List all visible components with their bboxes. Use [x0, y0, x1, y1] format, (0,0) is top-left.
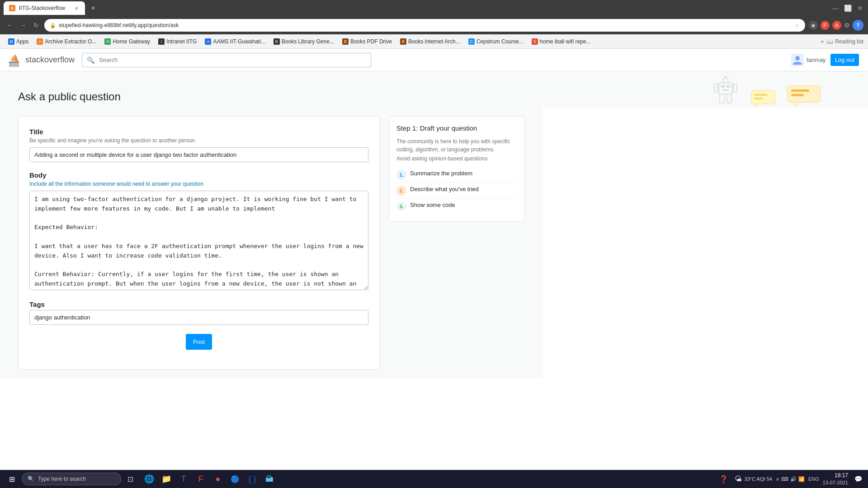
speech-bubble-1 [750, 89, 778, 108]
app5[interactable]: ● [210, 471, 226, 474]
refresh-button[interactable]: ↻ [32, 20, 41, 31]
bookmark-aams[interactable]: A AAMS IIT-Guwahati... [201, 37, 269, 47]
explorer-app[interactable]: 📁 [158, 471, 175, 474]
app4[interactable]: F [193, 471, 209, 474]
bookmark-books-internet[interactable]: B Books Internet Arch... [396, 37, 464, 47]
bookmark-favicon: B [400, 38, 406, 45]
start-button[interactable]: ⊞ [4, 471, 20, 474]
svg-rect-15 [714, 84, 718, 92]
bookmark-label: home iball wifi repe... [540, 38, 591, 45]
page-wrapper: stackoverflow 🔍 tanmay Log out Ask a pub… [0, 49, 868, 474]
vscode-app[interactable]: { } [244, 471, 260, 474]
step-item-2: 2. Describe what you've tried [396, 183, 517, 199]
svg-rect-16 [733, 84, 737, 92]
user-avatar[interactable]: T [853, 20, 863, 31]
minimize-button[interactable]: — [832, 5, 839, 12]
body-textarea[interactable]: I am using two-factor authentication for… [29, 191, 368, 290]
bookmark-label: Intranet IITG [166, 38, 197, 45]
bookmark-iball[interactable]: h home iball wifi repe... [528, 37, 594, 47]
reading-list-label: Reading list [835, 38, 863, 45]
post-button[interactable]: Post [186, 334, 212, 350]
new-tab-button[interactable]: + [87, 2, 99, 14]
tab-favicon: S [9, 5, 15, 11]
bookmark-label: Home Gateway [113, 38, 150, 45]
bookmark-favicon: h [532, 38, 538, 45]
url-text: stupefied-hawking-e869bf.netlify.app/que… [59, 22, 792, 28]
bookmark-label: Books Internet Arch... [408, 38, 460, 45]
step-avoid: Avoid asking opinion-based questions. [396, 155, 517, 162]
reading-list-button[interactable]: 📖 Reading list [826, 38, 863, 45]
tags-input[interactable] [29, 310, 368, 325]
title-hint: Be specific and imagine you're asking th… [29, 137, 368, 144]
so-search-bar[interactable]: 🔍 [82, 53, 371, 67]
step-title: Step 1: Draft your question [396, 124, 517, 132]
so-logo[interactable]: stackoverflow [9, 53, 75, 67]
svg-rect-18 [727, 94, 731, 103]
so-logo-text: stackoverflow [25, 55, 75, 65]
edge-app[interactable]: 🌐 [141, 471, 157, 474]
bookmark-archive[interactable]: A Archive Extractor O... [33, 37, 100, 47]
robot-icon [710, 71, 741, 108]
extensions-button[interactable]: ⚙ [844, 22, 850, 29]
bookmark-cepstrum[interactable]: C Cepstrum Course... [465, 37, 527, 47]
bookmark-books-library[interactable]: B Books Library Gene... [270, 37, 338, 47]
step-number-1: 1. [396, 170, 406, 180]
bookmark-books-pdf[interactable]: B Books PDF Drive [339, 37, 396, 47]
tags-label: Tags [29, 300, 368, 308]
svg-rect-21 [754, 98, 763, 99]
step-number-2: 2. [396, 186, 406, 196]
teams-app[interactable]: T [175, 471, 192, 474]
svg-rect-9 [721, 85, 725, 88]
svg-rect-19 [751, 90, 775, 104]
taskview-button[interactable]: ⊡ [123, 472, 137, 474]
svg-marker-26 [793, 102, 799, 108]
extension-2-icon[interactable]: A [832, 21, 841, 30]
help-icon[interactable]: ❓ [717, 472, 731, 474]
bookmark-label: Cepstrum Course... [476, 38, 524, 45]
chrome-app[interactable]: 🔵 [227, 471, 243, 474]
body-section: Body Include all the information someone… [29, 171, 368, 291]
extension-1-icon[interactable]: P [821, 21, 830, 30]
step-box: Step 1: Draft your question The communit… [389, 117, 524, 222]
so-logo-icon [9, 53, 23, 67]
bookmark-favicon: B [342, 38, 349, 45]
bookmark-label: Apps [16, 38, 28, 45]
notification-button[interactable]: 💬 [852, 473, 864, 474]
search-input[interactable] [99, 56, 371, 63]
security-icon: 🔒 [50, 23, 56, 28]
active-tab[interactable]: S IITG-Stackoverflow ✕ [4, 1, 85, 15]
body-label: Body [29, 171, 368, 179]
user-info[interactable]: tanmay [791, 54, 826, 66]
bookmark-apps[interactable]: ⊞ Apps [5, 37, 32, 47]
user-name: tanmay [807, 56, 826, 63]
forward-button[interactable]: → [18, 20, 28, 31]
bookmark-favicon: H [104, 38, 111, 45]
taskbar-apps: 🌐 📁 T F ● 🔵 { } 🏔 [141, 471, 278, 474]
back-button[interactable]: ← [5, 20, 14, 31]
address-bar[interactable]: 🔒 stupefied-hawking-e869bf.netlify.app/q… [44, 19, 805, 32]
svg-rect-1 [9, 61, 19, 63]
step-description: The community is here to help you with s… [396, 137, 517, 154]
close-button[interactable]: ✕ [857, 5, 863, 12]
svg-rect-17 [720, 94, 724, 103]
record-icon[interactable]: ⏺ [809, 21, 818, 30]
bookmark-favicon: A [205, 38, 211, 45]
bookmark-label: Books PDF Drive [350, 38, 392, 45]
bookmark-intranet[interactable]: I Intranet IITG [155, 37, 200, 47]
svg-rect-20 [754, 94, 768, 96]
bookmark-star-icon[interactable]: ☆ [794, 22, 800, 29]
svg-rect-10 [726, 85, 730, 88]
title-input[interactable] [29, 147, 368, 162]
extension-icons: ⏺ P A ⚙ T [809, 20, 863, 31]
bookmark-favicon: I [158, 38, 165, 45]
maximize-button[interactable]: ⬜ [844, 5, 852, 12]
bookmark-favicon: A [37, 38, 43, 45]
bookmarks-more-button[interactable]: » [821, 38, 824, 45]
logout-button[interactable]: Log out [830, 54, 859, 66]
app8[interactable]: 🏔 [261, 471, 278, 474]
step-item-1: 1. Summarize the problem [396, 167, 517, 183]
address-bar-row: ← → ↻ 🔒 stupefied-hawking-e869bf.netlify… [0, 16, 868, 34]
bookmark-home-gateway[interactable]: H Home Gateway [101, 37, 154, 47]
tab-close-button[interactable]: ✕ [73, 5, 80, 11]
taskbar-search[interactable]: 🔍 Type here to search [22, 473, 121, 474]
